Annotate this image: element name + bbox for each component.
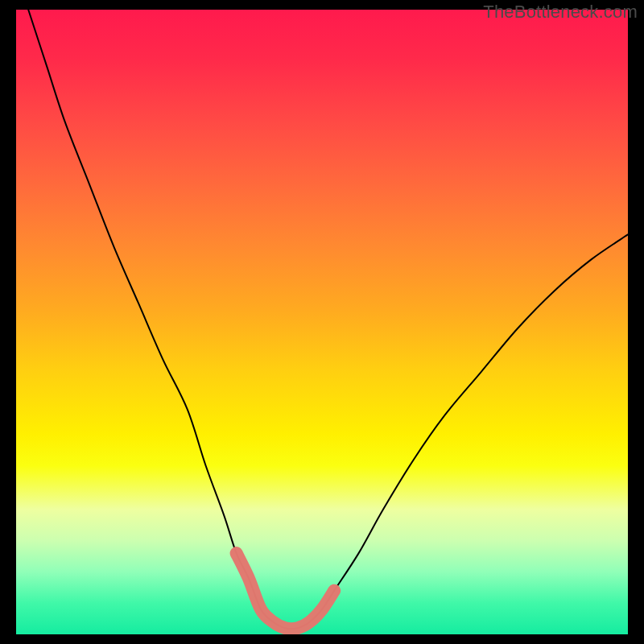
chart-svg [16,10,628,634]
chart-frame [16,10,628,634]
optimal-range-highlight [237,553,335,629]
bottleneck-curve [28,10,628,629]
watermark-text: TheBottleneck.com [483,2,638,23]
